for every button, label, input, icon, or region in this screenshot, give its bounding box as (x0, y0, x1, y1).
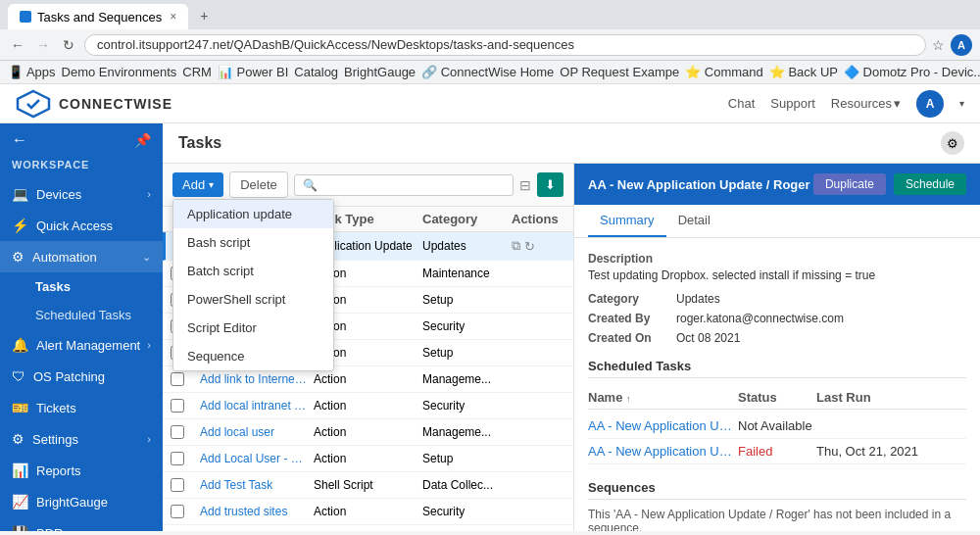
chevron-right-icon: › (147, 339, 151, 351)
backup-bookmark[interactable]: ⭐ Back UP (769, 65, 838, 79)
dropdown-item-batch-script[interactable]: Batch script (173, 257, 333, 285)
connectwise-home-bookmark[interactable]: 🔗 ConnectWise Home (421, 65, 554, 79)
scheduled-table-row[interactable]: AA - New Application Updat.... Failed Th… (588, 439, 966, 464)
refresh-button[interactable]: ↻ (59, 37, 78, 53)
sidebar-item-devices[interactable]: 💻 Devices › (0, 178, 163, 210)
table-row[interactable]: Adobe Acrobat Reader DC Action Applicati… (163, 525, 573, 531)
created-by-value: roger.katona@connectwise.com (676, 312, 966, 325)
tab-close-icon[interactable]: × (170, 10, 176, 24)
row-checkbox[interactable] (171, 425, 184, 439)
dropdown-item-sequence[interactable]: Sequence (173, 342, 333, 370)
sched-lastrun (816, 418, 966, 433)
row-type: Shell Script (314, 478, 416, 492)
settings-icon: ⚙ (12, 431, 24, 447)
download-button[interactable]: ⬇ (537, 172, 564, 197)
sidebar-item-label: BDR (36, 526, 63, 532)
chevron-right-icon: › (147, 188, 151, 200)
row-checkbox[interactable] (171, 452, 184, 465)
tab-summary[interactable]: Summary (588, 205, 666, 237)
sidebar-item-label: BrightGauge (36, 495, 108, 510)
delete-label: Delete (240, 177, 277, 192)
row-category: Security (422, 505, 506, 518)
delete-button[interactable]: Delete (229, 171, 288, 198)
address-input[interactable]: control.itsupport247.net/QADashB/QuickAc… (84, 34, 926, 56)
sidebar-sub-item-scheduled-tasks[interactable]: Scheduled Tasks (0, 301, 163, 329)
row-checkbox[interactable] (171, 478, 184, 492)
dropdown-item-application-update[interactable]: Application update (173, 200, 333, 228)
scheduled-tasks-section: Scheduled Tasks Name ↑ Status Last Run A… (588, 359, 966, 464)
scheduled-table-row[interactable]: AA - New Application Updat... Not Availa… (588, 413, 966, 439)
table-row[interactable]: Add Test Task Shell Script Data Collec..… (163, 472, 573, 499)
sidebar-item-os-patching[interactable]: 🛡 OS Patching (0, 361, 163, 392)
search-input[interactable] (321, 178, 505, 192)
top-nav-right: Chat Support Resources ▾ A ▾ (728, 90, 964, 118)
crm-bookmark[interactable]: CRM (182, 65, 212, 79)
tab-detail[interactable]: Detail (666, 205, 722, 237)
row-category: Security (422, 399, 506, 413)
row-type: Action (314, 425, 416, 439)
table-row[interactable]: Add Local User - Updated Action Setup (163, 446, 573, 472)
sidebar-item-alert-management[interactable]: 🔔 Alert Management › (0, 329, 163, 361)
account-avatar[interactable]: A (951, 34, 972, 56)
sidebar-sub-item-tasks[interactable]: Tasks (0, 272, 163, 301)
detail-header: AA - New Application Update / Roger Dupl… (574, 164, 980, 205)
resources-link[interactable]: Resources ▾ (831, 96, 901, 111)
back-nav-icon[interactable]: ← (12, 131, 27, 149)
pin-icon[interactable]: 📌 (134, 132, 151, 148)
dropdown-item-script-editor[interactable]: Script Editor (173, 314, 333, 342)
page-settings-icon[interactable]: ⚙ (941, 131, 964, 155)
table-row[interactable]: Add local intranet sites Action Security (163, 393, 573, 419)
alert-icon: 🔔 (12, 337, 28, 353)
table-row[interactable]: Add trusted sites Action Security (163, 499, 573, 525)
command-bookmark[interactable]: ⭐ Command (685, 65, 763, 79)
created-on-label: Created On (588, 331, 676, 345)
chat-link[interactable]: Chat (728, 96, 755, 111)
add-label: Add (182, 177, 205, 192)
created-on-row: Created On Oct 08 2021 (588, 331, 966, 345)
domotz-bookmark[interactable]: 🔷 Domotz Pro - Devic... (844, 65, 980, 79)
demo-bookmark[interactable]: Demo Environments (62, 65, 177, 79)
refresh-action-icon[interactable]: ↻ (524, 239, 535, 254)
star-icon[interactable]: ☆ (932, 37, 945, 53)
support-link[interactable]: Support (770, 96, 815, 111)
avatar-dropdown-icon[interactable]: ▾ (959, 98, 964, 109)
add-button[interactable]: Add ▾ (172, 172, 223, 197)
schedule-button[interactable]: Schedule (894, 173, 966, 195)
row-checkbox[interactable] (171, 372, 184, 386)
dropdown-item-bash-script[interactable]: Bash script (173, 228, 333, 257)
table-row[interactable]: Add local user Action Manageme... (163, 419, 573, 446)
powerbi-bookmark[interactable]: 📊 Power BI (218, 65, 288, 79)
row-name: Add Local User - Updated (200, 452, 308, 465)
back-button[interactable]: ← (8, 37, 27, 53)
sidebar-item-quick-access[interactable]: ⚡ Quick Access (0, 210, 163, 241)
catalog-bookmark[interactable]: Catalog (294, 65, 338, 79)
filter-icon[interactable]: ⊟ (519, 177, 531, 193)
task-toolbar: Add ▾ Application update Bash script Bat… (163, 164, 573, 207)
copy-action-icon[interactable]: ⧉ (512, 238, 520, 254)
category-value: Updates (676, 292, 966, 306)
sidebar-item-tickets[interactable]: 🎫 Tickets (0, 392, 163, 423)
op-request-bookmark[interactable]: OP Request Exampe (560, 65, 679, 79)
new-tab-button[interactable]: + (192, 4, 216, 27)
row-checkbox[interactable] (171, 399, 184, 413)
browser-tab[interactable]: Tasks and Sequences × (8, 4, 188, 29)
row-checkbox[interactable] (171, 505, 184, 518)
sidebar-item-brightgauge[interactable]: 📈 BrightGauge (0, 486, 163, 517)
detail-panel: AA - New Application Update / Roger Dupl… (574, 164, 980, 531)
sort-icon: ↑ (626, 394, 631, 404)
duplicate-button[interactable]: Duplicate (813, 173, 886, 195)
sidebar-item-reports[interactable]: 📊 Reports (0, 455, 163, 486)
sidebar-item-automation[interactable]: ⚙ Automation ⌄ (0, 241, 163, 272)
forward-button[interactable]: → (33, 37, 53, 53)
brightgauge-bookmark[interactable]: BrightGauge (344, 65, 416, 79)
apps-bookmark[interactable]: 📱 Apps (8, 65, 56, 79)
sidebar-item-label: Reports (36, 463, 81, 478)
user-avatar[interactable]: A (916, 90, 944, 118)
quick-access-icon: ⚡ (12, 218, 28, 233)
sched-lastrun: Thu, Oct 21, 2021 (816, 444, 966, 459)
row-category: Manageme... (422, 425, 506, 439)
sidebar-item-settings[interactable]: ⚙ Settings › (0, 423, 163, 455)
dropdown-item-powershell[interactable]: PowerShell script (173, 285, 333, 314)
workspace-label: WORKSPACE (0, 157, 163, 178)
sidebar-item-bdr[interactable]: 💾 BDR (0, 517, 163, 531)
